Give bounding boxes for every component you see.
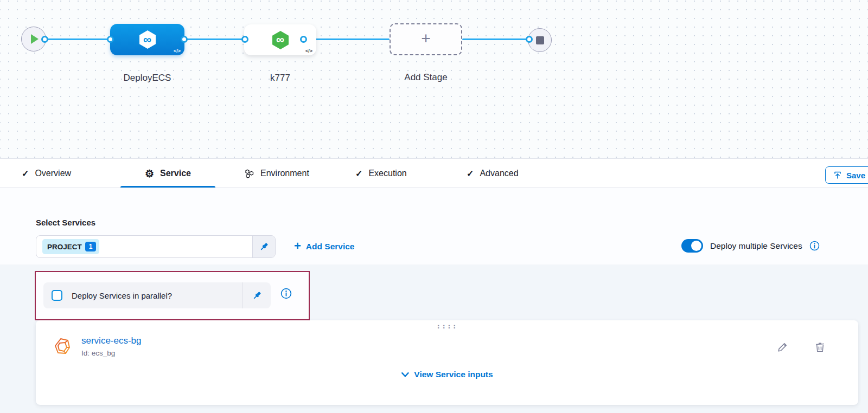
service-name-link[interactable]: service-ecs-bg xyxy=(81,335,142,346)
tab-execution[interactable]: ✓ Execution xyxy=(355,159,407,188)
deploy-parallel-checkbox[interactable] xyxy=(52,290,62,301)
pipeline-stage-editor: ∞ </> ∞ </> + DeployECS k777 Add Stage xyxy=(0,0,868,413)
deploy-multiple-services-row: Deploy multiple Services xyxy=(681,239,820,253)
add-service-label: Add Service xyxy=(306,242,355,251)
deploy-multiple-label: Deploy multiple Services xyxy=(710,241,802,251)
tab-label: Environment xyxy=(260,169,309,178)
drag-handle[interactable]: :::: xyxy=(436,322,457,330)
add-service-button[interactable]: + Add Service xyxy=(294,235,354,258)
check-icon: ✓ xyxy=(355,169,362,179)
pipeline-edge xyxy=(304,38,390,40)
tab-advanced[interactable]: ✓ Advanced xyxy=(467,159,519,188)
pin-icon xyxy=(259,242,269,251)
edge-connector-dot xyxy=(241,36,248,43)
harness-cd-icon: ∞ xyxy=(271,30,290,50)
edge-connector-dot xyxy=(107,36,114,43)
tab-label: Overview xyxy=(35,169,71,178)
pencil-icon xyxy=(777,341,788,353)
info-icon xyxy=(280,288,292,299)
info-icon[interactable] xyxy=(809,241,820,251)
stage-label-deployecs: DeployECS xyxy=(110,73,184,83)
save-label: Save xyxy=(846,171,865,180)
deploy-multiple-toggle[interactable] xyxy=(681,239,703,253)
code-view-icon: </> xyxy=(305,48,312,54)
edge-connector-dot xyxy=(181,36,188,43)
stop-icon xyxy=(536,36,544,44)
view-inputs-label: View Service inputs xyxy=(414,370,493,379)
environments-icon xyxy=(244,169,254,179)
chip-label: PROJECT xyxy=(47,243,82,251)
service-id: Id: ecs_bg xyxy=(81,349,115,357)
deploy-parallel-field: Deploy Services in parallel? xyxy=(43,282,271,308)
delete-service-button[interactable] xyxy=(813,340,827,354)
parallel-info-icon[interactable] xyxy=(280,288,292,301)
chip-count-badge: 1 xyxy=(85,242,97,251)
pipeline-edge xyxy=(44,38,110,40)
annotation-highlight-box: Deploy Services in parallel? xyxy=(35,271,310,320)
check-icon: ✓ xyxy=(22,169,29,179)
project-scope-chip[interactable]: PROJECT 1 xyxy=(42,239,99,254)
edge-connector-dot xyxy=(300,36,307,43)
pipeline-canvas: ∞ </> ∞ </> + DeployECS k777 Add Stage xyxy=(0,0,868,159)
plus-icon: + xyxy=(421,30,431,47)
service-card: :::: service-ecs-bg Id: ecs_bg xyxy=(36,320,858,405)
stage-label-add-stage: Add Stage xyxy=(390,72,462,83)
tab-environment[interactable]: Environment xyxy=(244,159,309,188)
tab-overview[interactable]: ✓ Overview xyxy=(22,159,71,188)
chevron-down-icon xyxy=(401,371,409,378)
edit-service-button[interactable] xyxy=(775,340,789,354)
tab-label: Advanced xyxy=(480,169,518,178)
harness-cd-icon: ∞ xyxy=(138,30,157,49)
edge-connector-dot xyxy=(526,36,533,43)
play-icon xyxy=(31,34,39,44)
stage-node-deployecs[interactable]: ∞ </> xyxy=(110,24,184,55)
upload-icon xyxy=(833,171,842,179)
add-stage-button[interactable]: + xyxy=(390,23,462,55)
stage-label-k777: k777 xyxy=(244,73,316,83)
pin-services-button[interactable] xyxy=(252,236,275,257)
tab-service[interactable]: ⚙ Service xyxy=(120,159,215,188)
deploy-parallel-label: Deploy Services in parallel? xyxy=(72,291,172,300)
tab-label: Execution xyxy=(368,169,406,178)
trash-icon xyxy=(814,341,826,353)
stage-tabbar: ✓ Overview ⚙ Service Environment ✓ Execu… xyxy=(0,159,868,188)
tab-label: Service xyxy=(160,169,191,178)
pin-icon xyxy=(252,291,262,300)
code-view-icon: </> xyxy=(174,48,181,54)
pin-parallel-button[interactable] xyxy=(242,282,271,308)
toggle-knob xyxy=(691,241,701,251)
services-multiselect-input[interactable]: PROJECT 1 xyxy=(36,235,276,258)
check-icon: ✓ xyxy=(467,169,474,179)
plus-icon: + xyxy=(294,240,301,252)
pipeline-edge xyxy=(462,38,529,40)
view-service-inputs-toggle[interactable]: View Service inputs xyxy=(401,370,493,379)
edge-connector-dot xyxy=(41,36,48,43)
pipeline-edge xyxy=(184,38,245,40)
save-button[interactable]: Save xyxy=(825,166,868,184)
service-tab-panel: Select Services PROJECT 1 + Add Service xyxy=(0,188,868,413)
select-services-label: Select Services xyxy=(36,218,95,227)
service-icon xyxy=(53,337,74,359)
gear-icon: ⚙ xyxy=(145,169,154,179)
